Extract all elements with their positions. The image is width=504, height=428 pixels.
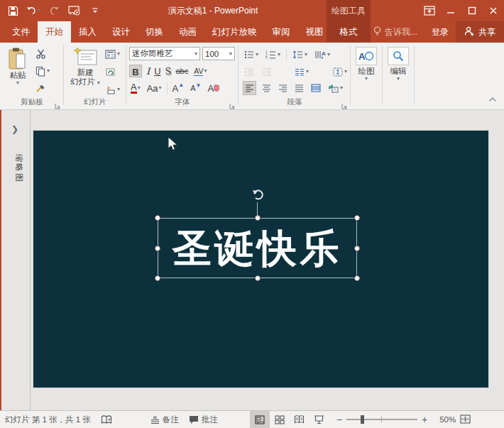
layout-dropdown-icon[interactable]: ▾ bbox=[117, 51, 120, 57]
numbering-button[interactable]: 123 ▾ bbox=[264, 48, 282, 62]
rotation-handle-icon[interactable] bbox=[250, 187, 265, 206]
close-icon[interactable] bbox=[483, 0, 504, 21]
font-color-button[interactable]: A ▾ bbox=[129, 81, 142, 95]
tab-design[interactable]: 设计 bbox=[104, 21, 138, 43]
text-direction-button[interactable]: A ▾ bbox=[313, 48, 332, 62]
copy-dropdown-icon[interactable]: ▾ bbox=[47, 68, 50, 74]
tab-transitions[interactable]: 切换 bbox=[138, 21, 171, 43]
zoom-level[interactable]: 50% bbox=[432, 415, 456, 424]
save-icon[interactable] bbox=[6, 4, 20, 18]
tab-home[interactable]: 开始 bbox=[38, 21, 71, 43]
columns-button[interactable]: ▾ bbox=[293, 65, 310, 79]
undo-dropdown-icon[interactable]: ▾ bbox=[38, 8, 40, 13]
font-size-dropdown-icon[interactable]: ▾ bbox=[229, 51, 232, 57]
line-spacing-dropdown-icon[interactable]: ▾ bbox=[305, 52, 307, 57]
tab-review[interactable]: 审阅 bbox=[265, 21, 298, 43]
paragraph-dialog-launcher-icon[interactable] bbox=[341, 99, 349, 106]
justify-button[interactable] bbox=[293, 81, 305, 95]
underline-button[interactable]: U bbox=[154, 66, 160, 77]
collapse-ribbon-icon[interactable] bbox=[488, 92, 497, 105]
selection-handle-top-left[interactable] bbox=[155, 215, 160, 221]
bullets-button[interactable]: ▾ bbox=[243, 48, 260, 62]
selection-handle-top-right[interactable] bbox=[354, 215, 360, 221]
maximize-icon[interactable] bbox=[461, 0, 483, 21]
font-size-combo[interactable]: 100 ▾ bbox=[202, 47, 235, 60]
text-direction-dropdown-icon[interactable]: ▾ bbox=[327, 52, 330, 57]
slideshow-view-button[interactable] bbox=[309, 411, 329, 428]
editing-dropdown-icon[interactable]: ▾ bbox=[397, 76, 400, 82]
selection-handle-bottom-left[interactable] bbox=[155, 275, 160, 281]
zoom-out-icon[interactable]: − bbox=[336, 414, 342, 425]
character-spacing-dropdown-icon[interactable]: ▾ bbox=[204, 68, 207, 74]
text-shadow-button[interactable]: S bbox=[165, 66, 172, 77]
comments-button[interactable]: 批注 bbox=[184, 411, 223, 428]
paste-dropdown-icon[interactable]: ▾ bbox=[16, 80, 19, 86]
zoom-in-icon[interactable]: + bbox=[422, 414, 427, 425]
columns-dropdown-icon[interactable]: ▾ bbox=[306, 69, 309, 75]
thumbnail-pane-collapsed[interactable]: ❯ 缩略图 bbox=[1, 110, 31, 410]
ribbon-display-options-icon[interactable] bbox=[419, 0, 440, 21]
selection-handle-mid-left[interactable] bbox=[155, 246, 160, 251]
paste-button[interactable]: 粘贴 ▾ bbox=[6, 47, 30, 86]
selection-handle-bottom-center[interactable] bbox=[255, 275, 261, 281]
fit-to-window-icon[interactable] bbox=[460, 415, 471, 425]
font-color-dropdown-icon[interactable]: ▾ bbox=[138, 85, 141, 91]
align-text-button[interactable]: ▾ bbox=[332, 65, 349, 79]
selection-handle-top-center[interactable] bbox=[255, 215, 261, 221]
clipboard-dialog-launcher-icon[interactable] bbox=[55, 99, 62, 106]
tab-view[interactable]: 视图 bbox=[298, 21, 332, 43]
start-slideshow-icon[interactable] bbox=[67, 4, 82, 18]
font-name-dropdown-icon[interactable]: ▾ bbox=[195, 51, 197, 57]
sign-in-button[interactable]: 登录 bbox=[424, 21, 456, 43]
convert-smartart-button[interactable]: ▾ bbox=[327, 81, 344, 95]
change-case-button[interactable]: Aa ▾ bbox=[146, 81, 163, 95]
reading-view-button[interactable] bbox=[290, 411, 309, 428]
selection-handle-mid-right[interactable] bbox=[354, 246, 360, 251]
tab-insert[interactable]: 插入 bbox=[71, 21, 104, 43]
strikethrough-button[interactable]: abc bbox=[175, 67, 188, 75]
format-painter-button[interactable] bbox=[34, 81, 51, 95]
tell-me-box[interactable]: 告诉我... bbox=[366, 21, 424, 43]
align-center-button[interactable] bbox=[261, 81, 273, 95]
clear-formatting-button[interactable]: A bbox=[206, 81, 221, 95]
cut-button[interactable] bbox=[34, 47, 51, 61]
notes-button[interactable]: 备注 bbox=[146, 411, 184, 428]
italic-button[interactable]: I bbox=[146, 66, 150, 77]
copy-button[interactable]: ▾ bbox=[34, 64, 51, 78]
textbox-selection[interactable]: 圣诞快乐 bbox=[158, 218, 357, 278]
align-text-dropdown-icon[interactable]: ▾ bbox=[344, 69, 347, 75]
align-left-button[interactable] bbox=[243, 81, 256, 95]
editing-menu-button[interactable]: 编辑 ▾ bbox=[386, 47, 410, 82]
line-spacing-button[interactable]: ▾ bbox=[291, 48, 309, 62]
new-slide-dropdown-icon[interactable]: ▾ bbox=[97, 79, 100, 86]
drawing-menu-button[interactable]: A 绘图 ▾ bbox=[354, 47, 378, 82]
normal-view-button[interactable] bbox=[250, 411, 270, 428]
align-right-button[interactable] bbox=[277, 81, 289, 95]
decrease-font-size-button[interactable]: A▼ bbox=[189, 81, 202, 95]
zoom-slider-thumb[interactable] bbox=[361, 415, 364, 424]
smartart-dropdown-icon[interactable]: ▾ bbox=[340, 85, 343, 91]
change-case-dropdown-icon[interactable]: ▾ bbox=[159, 85, 162, 91]
numbering-dropdown-icon[interactable]: ▾ bbox=[278, 52, 280, 57]
layout-button[interactable]: ▾ bbox=[104, 47, 121, 61]
undo-icon[interactable]: ▾ bbox=[26, 4, 40, 18]
tab-format[interactable]: 格式 bbox=[332, 21, 366, 43]
expand-pane-chevron-icon[interactable]: ❯ bbox=[11, 124, 18, 134]
zoom-slider[interactable] bbox=[346, 419, 417, 420]
tab-animations[interactable]: 动画 bbox=[171, 21, 204, 43]
increase-font-size-button[interactable]: A▲ bbox=[171, 81, 186, 95]
spell-check-icon[interactable] bbox=[96, 411, 117, 428]
slide-canvas[interactable]: 圣诞快乐 bbox=[33, 131, 488, 388]
font-dialog-launcher-icon[interactable] bbox=[229, 99, 236, 106]
reset-button[interactable] bbox=[104, 65, 121, 79]
slide-sorter-view-button[interactable] bbox=[270, 411, 290, 428]
selection-handle-bottom-right[interactable] bbox=[354, 275, 360, 281]
bullets-dropdown-icon[interactable]: ▾ bbox=[256, 52, 258, 57]
new-slide-button[interactable]: 新建 幻灯片 ▾ bbox=[68, 47, 102, 87]
bold-button[interactable]: B bbox=[129, 65, 142, 77]
tab-slideshow[interactable]: 幻灯片放映 bbox=[204, 21, 265, 43]
section-button[interactable]: ▾ bbox=[104, 82, 121, 97]
character-spacing-button[interactable]: AV ▾ bbox=[192, 64, 208, 78]
section-dropdown-icon[interactable]: ▾ bbox=[117, 87, 120, 92]
customize-qat-icon[interactable] bbox=[88, 4, 102, 18]
